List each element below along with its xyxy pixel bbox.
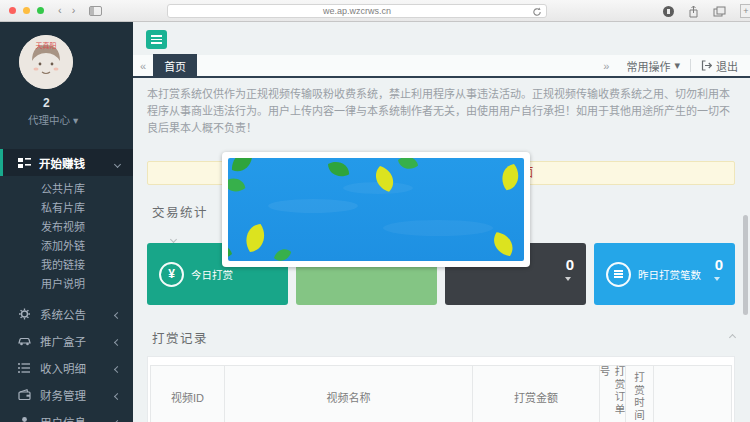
caret-down-icon: ▾ — [674, 59, 680, 72]
records-section-title: 打赏记录 — [152, 328, 730, 347]
avatar[interactable]: 天真阳 — [19, 35, 73, 89]
reload-icon[interactable] — [532, 7, 542, 17]
url-text: we.ap.wzcrws.cn — [323, 6, 391, 16]
promo-image-overlay — [222, 152, 530, 267]
forward-button[interactable]: › — [72, 5, 76, 16]
promo-image — [228, 158, 524, 261]
sidebar-item-user-info[interactable]: 用户信息 — [0, 408, 133, 422]
tab-home[interactable]: 首页 — [153, 54, 197, 77]
card-yesterday-count: 昨日打赏笔数 0 — [594, 243, 735, 305]
page-scrollbar-thumb[interactable] — [743, 215, 748, 315]
sidebar-item-my-links[interactable]: 我的链接 — [0, 256, 133, 275]
collapse-chevron-icon[interactable] — [171, 228, 179, 233]
sidebar-item-private-library[interactable]: 私有片库 — [0, 199, 133, 218]
quick-actions-dropdown[interactable]: 常用操作▾ — [616, 58, 690, 74]
tab-scroll-right-button[interactable]: » — [596, 60, 616, 72]
tab-scroll-left-button[interactable]: « — [133, 60, 153, 72]
col-order-no: 打赏订单号 — [600, 366, 626, 422]
sidebar-item-start-earning[interactable]: 开始赚钱 — [0, 149, 133, 176]
browser-chrome: ‹ › we.ap.wzcrws.cn + — [0, 0, 750, 22]
sidebar: 天真阳 2 代理中心 ▾ 开始赚钱 公共片库 私有片库 发布视频 添加外链 我的… — [0, 22, 133, 422]
role-dropdown[interactable]: 代理中心 ▾ — [28, 112, 133, 127]
hamburger-menu-button[interactable] — [146, 30, 167, 49]
logout-button[interactable]: 退出 — [691, 58, 750, 74]
col-amount: 打赏金额 — [473, 366, 600, 422]
list-circle-icon — [606, 262, 631, 287]
menu-grid-icon — [18, 157, 31, 169]
window-controls — [9, 7, 44, 14]
gear-icon — [18, 308, 31, 320]
zoom-button[interactable] — [37, 7, 44, 14]
wallet-icon — [18, 389, 31, 401]
col-empty — [654, 366, 731, 422]
caret-down-icon — [714, 277, 720, 281]
tab-bar: « 首页 » 常用操作▾ 退出 — [133, 55, 750, 78]
col-time: 打赏时间 — [626, 366, 654, 422]
chevron-left-icon — [114, 392, 121, 399]
chevron-left-icon — [114, 365, 121, 372]
share-icon[interactable] — [688, 5, 699, 18]
chevron-left-icon — [114, 338, 121, 345]
leaves-decoration — [228, 158, 524, 261]
disclaimer-text: 本打赏系统仅供作为正规视频传输吸粉收费系统，禁止利用程序从事违法活动。正规视频传… — [147, 86, 735, 137]
address-bar[interactable]: we.ap.wzcrws.cn — [167, 4, 547, 18]
sidebar-item-publish-video[interactable]: 发布视频 — [0, 218, 133, 237]
sidebar-toggle-icon[interactable] — [89, 6, 102, 16]
avatar-watermark: 天真阳 — [19, 40, 73, 50]
close-button[interactable] — [9, 7, 16, 14]
new-tab-button[interactable]: + — [740, 4, 750, 18]
back-button[interactable]: ‹ — [58, 5, 62, 16]
user-icon — [18, 416, 31, 422]
yen-circle-icon: ¥ — [159, 262, 184, 287]
sidebar-item-system-announcements[interactable]: 系统公告 — [0, 300, 133, 327]
sidebar-item-label: 开始赚钱 — [39, 155, 85, 171]
records-table: 视频ID 视频名称 打赏金额 打赏订单号 打赏时间 — [147, 356, 735, 422]
screen: ‹ › we.ap.wzcrws.cn + — [0, 0, 750, 422]
downloads-icon[interactable] — [663, 6, 674, 17]
sidebar-item-promotion-box[interactable]: 推广盒子 — [0, 327, 133, 354]
caret-down-icon — [565, 277, 571, 281]
sidebar-item-finance[interactable]: 财务管理 — [0, 381, 133, 408]
chevron-down-icon — [114, 160, 121, 167]
sidebar-item-public-library[interactable]: 公共片库 — [0, 180, 133, 199]
logout-icon — [701, 60, 712, 71]
sidebar-item-user-guide[interactable]: 用户说明 — [0, 275, 133, 294]
col-video-name: 视频名称 — [225, 366, 473, 422]
sidebar-item-income-details[interactable]: 收入明细 — [0, 354, 133, 381]
list-icon — [18, 362, 31, 374]
chevron-left-icon — [114, 311, 121, 318]
user-profile: 天真阳 2 代理中心 ▾ — [0, 22, 133, 127]
table-header-row: 视频ID 视频名称 打赏金额 打赏订单号 打赏时间 — [150, 365, 732, 422]
tabs-overview-icon[interactable] — [713, 6, 726, 17]
user-id: 2 — [43, 96, 133, 110]
col-video-id: 视频ID — [151, 366, 225, 422]
minimize-button[interactable] — [23, 7, 30, 14]
car-icon — [18, 335, 31, 347]
collapse-up-icon[interactable] — [729, 334, 736, 341]
sidebar-item-add-external-link[interactable]: 添加外链 — [0, 237, 133, 256]
